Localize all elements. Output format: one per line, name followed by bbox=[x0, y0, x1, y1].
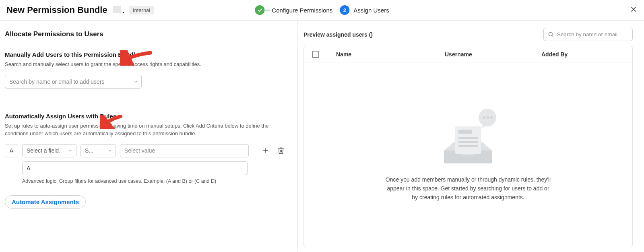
col-username: Username bbox=[445, 51, 541, 58]
placeholder-text: Select a field. bbox=[27, 147, 60, 154]
manual-add-desc: Search and manually select users to gran… bbox=[5, 60, 291, 68]
chevron-down-icon bbox=[107, 148, 112, 153]
preview-table: Name Username Added By bbox=[303, 46, 633, 247]
svg-point-10 bbox=[487, 116, 489, 119]
preview-title: Preview assigned users () bbox=[303, 31, 373, 38]
svg-rect-13 bbox=[458, 130, 472, 134]
svg-rect-16 bbox=[458, 145, 478, 147]
svg-rect-15 bbox=[458, 141, 478, 143]
table-header: Name Username Added By bbox=[304, 46, 632, 62]
rule-letter: A bbox=[5, 144, 18, 157]
search-icon bbox=[548, 31, 554, 38]
step-label: Assign Users bbox=[353, 7, 389, 14]
user-search-select[interactable]: Search by name or email to add users bbox=[5, 75, 142, 89]
col-name: Name bbox=[336, 51, 445, 58]
internal-badge: Internal bbox=[129, 6, 154, 14]
svg-line-7 bbox=[552, 35, 553, 37]
step-assign-users[interactable]: 2 Assign Users bbox=[340, 5, 389, 15]
title-area: New Permission Bundle_. Internal bbox=[6, 5, 154, 15]
select-all-cell bbox=[312, 51, 336, 58]
rule-value-select[interactable]: Select value bbox=[120, 144, 249, 157]
col-added-by: Added By bbox=[541, 51, 624, 58]
preview-bar: Preview assigned users () bbox=[303, 28, 633, 41]
advanced-logic-input[interactable] bbox=[22, 161, 248, 175]
stepper: Configure Permissions 2 Assign Users bbox=[255, 5, 389, 15]
step-number-badge: 2 bbox=[340, 5, 349, 15]
preview-search[interactable] bbox=[543, 28, 633, 41]
step-connector bbox=[264, 10, 270, 10]
title-dot: . bbox=[123, 6, 125, 14]
empty-state: Once you add members manually or through… bbox=[304, 62, 632, 247]
svg-rect-14 bbox=[458, 137, 478, 139]
top-bar: New Permission Bundle_. Internal Configu… bbox=[0, 0, 644, 21]
checkmark-icon bbox=[255, 5, 264, 15]
add-rule-button[interactable] bbox=[260, 145, 271, 156]
right-pane: Preview assigned users () Name Username … bbox=[298, 21, 644, 252]
auto-assign-desc: Set up rules to auto-assign user permiss… bbox=[5, 122, 291, 138]
empty-state-text: Once you add members manually or through… bbox=[384, 176, 553, 202]
empty-inbox-icon bbox=[436, 107, 500, 167]
advanced-logic-hint: Advanced logic. Group filters for advanc… bbox=[22, 178, 293, 184]
svg-point-6 bbox=[549, 32, 553, 36]
svg-point-9 bbox=[483, 116, 485, 119]
page-title: New Permission Bundle_. bbox=[6, 5, 125, 15]
rule-row: A Select a field. S... Select value bbox=[5, 144, 293, 157]
placeholder-text: Search by name or email to add users bbox=[9, 78, 105, 85]
placeholder-text: S... bbox=[85, 147, 93, 154]
rule-field-select[interactable]: Select a field. bbox=[22, 144, 76, 157]
manual-add-title: Manually Add Users to this Permission Bu… bbox=[5, 51, 293, 58]
redacted-icon bbox=[113, 6, 121, 13]
rule-operator-select[interactable]: S... bbox=[80, 144, 116, 157]
left-pane: Allocate Permissions to Users Manually A… bbox=[0, 21, 298, 252]
select-all-checkbox[interactable] bbox=[312, 51, 319, 58]
placeholder-text: Select value bbox=[124, 147, 155, 154]
section-heading: Allocate Permissions to Users bbox=[5, 30, 293, 38]
step-configure-permissions[interactable]: Configure Permissions bbox=[255, 5, 332, 15]
svg-point-11 bbox=[490, 116, 493, 119]
close-button[interactable] bbox=[630, 5, 638, 15]
content: Allocate Permissions to Users Manually A… bbox=[0, 21, 644, 252]
auto-assign-title: Automatically Assign Users with Rules bbox=[5, 113, 293, 120]
delete-rule-button[interactable] bbox=[275, 145, 287, 156]
title-text: New Permission Bundle_ bbox=[6, 5, 112, 15]
automate-assignments-button[interactable]: Automate Assignments bbox=[5, 195, 86, 209]
chevron-down-icon bbox=[133, 79, 138, 84]
chevron-down-icon bbox=[68, 148, 73, 153]
step-label: Configure Permissions bbox=[272, 7, 332, 14]
preview-search-input[interactable] bbox=[557, 31, 628, 37]
